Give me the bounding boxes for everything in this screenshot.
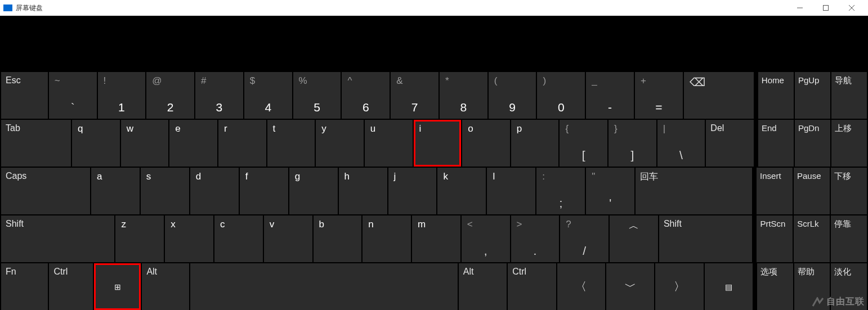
key-backslash[interactable]: |\ <box>657 120 705 167</box>
key-w[interactable]: w <box>121 120 169 167</box>
key-g[interactable]: g <box>289 168 338 214</box>
key-2[interactable]: @2 <box>146 72 194 119</box>
key-minus[interactable]: _- <box>586 72 634 119</box>
key-pgup[interactable]: PgUp <box>795 72 830 119</box>
key-m[interactable]: m <box>412 215 460 262</box>
key-l[interactable]: l <box>487 168 535 214</box>
app-icon <box>3 5 12 11</box>
arrow-down-icon: ﹀ <box>606 263 654 310</box>
key-period[interactable]: >. <box>511 215 560 262</box>
key-arrow-left[interactable]: 〈 <box>557 263 605 310</box>
key-shift-right[interactable]: Shift <box>659 215 753 262</box>
key-0[interactable]: )0 <box>537 72 585 119</box>
key-d[interactable]: d <box>190 168 239 214</box>
key-scrlk[interactable]: ScrLk <box>794 215 830 262</box>
key-equals[interactable]: += <box>635 72 683 119</box>
key-bracket-left[interactable]: {[ <box>560 120 607 167</box>
row-2: Tab q w e r t y u i o p {[ }] |\ Del End… <box>0 120 868 167</box>
key-arrow-down[interactable]: ﹀ <box>606 263 654 310</box>
key-7[interactable]: &7 <box>391 72 439 119</box>
key-options[interactable]: 选项 <box>757 263 793 310</box>
key-pgdn[interactable]: PgDn <box>795 120 830 167</box>
key-backspace[interactable]: ⌫ <box>684 72 754 119</box>
key-4[interactable]: $4 <box>244 72 292 119</box>
key-ctrl-right[interactable]: Ctrl <box>508 263 556 310</box>
key-5[interactable]: %5 <box>293 72 341 119</box>
key-del[interactable]: Del <box>706 120 754 167</box>
key-esc[interactable]: Esc <box>1 72 48 119</box>
key-u[interactable]: u <box>365 120 413 167</box>
key-home[interactable]: Home <box>758 72 794 119</box>
key-menu[interactable]: ▤ <box>705 263 753 310</box>
key-q[interactable]: q <box>72 120 120 167</box>
key-space[interactable] <box>190 263 458 310</box>
row-4: Shift z x c v b n m <, >. ?/ ︿ Shift Prt… <box>0 215 868 262</box>
key-shift-left[interactable]: Shift <box>1 215 114 262</box>
key-n[interactable]: n <box>363 215 411 262</box>
key-k[interactable]: k <box>437 168 486 214</box>
key-r[interactable]: r <box>218 120 266 167</box>
key-y[interactable]: y <box>316 120 364 167</box>
key-end[interactable]: End <box>758 120 794 167</box>
key-o[interactable]: o <box>462 120 510 167</box>
key-j[interactable]: j <box>388 168 437 214</box>
key-v[interactable]: v <box>264 215 312 262</box>
key-backtick[interactable]: ~` <box>49 72 97 119</box>
key-z[interactable]: z <box>115 215 164 262</box>
key-p[interactable]: p <box>511 120 559 167</box>
key-pause[interactable]: Pause <box>794 168 830 214</box>
key-semicolon[interactable]: :; <box>536 168 585 214</box>
key-arrow-up[interactable]: ︿ <box>610 215 658 262</box>
key-8[interactable]: *8 <box>440 72 487 119</box>
maximize-button[interactable] <box>813 0 839 16</box>
key-c[interactable]: c <box>214 215 263 262</box>
key-caps[interactable]: Caps <box>1 168 90 214</box>
svg-rect-1 <box>824 6 829 11</box>
key-h[interactable]: h <box>339 168 387 214</box>
arrow-right-icon: 〉 <box>655 263 703 310</box>
key-move-up[interactable]: 上移 <box>831 120 867 167</box>
key-insert[interactable]: Insert <box>757 168 793 214</box>
key-a[interactable]: a <box>91 168 140 214</box>
minimize-button[interactable] <box>787 0 813 16</box>
arrow-left-icon: 〈 <box>557 263 605 310</box>
key-alt-right[interactable]: Alt <box>459 263 507 310</box>
key-quote[interactable]: "' <box>586 168 634 214</box>
key-comma[interactable]: <, <box>462 215 510 262</box>
key-ctrl-left[interactable]: Ctrl <box>49 263 92 310</box>
row-5: Fn Ctrl ⊞ Alt Alt Ctrl 〈 ﹀ 〉 ▤ 选项 帮助 淡化 <box>0 263 868 310</box>
arrow-up-icon: ︿ <box>629 219 639 232</box>
key-x[interactable]: x <box>165 215 213 262</box>
key-tab[interactable]: Tab <box>1 120 71 167</box>
key-9[interactable]: (9 <box>489 72 536 119</box>
key-alt-left[interactable]: Alt <box>142 263 189 310</box>
key-1[interactable]: !1 <box>98 72 146 119</box>
key-move-down[interactable]: 下移 <box>831 168 867 214</box>
key-i[interactable]: i <box>414 120 462 167</box>
key-dock[interactable]: 停靠 <box>831 215 867 262</box>
row-3: Caps a s d f g h j k l :; "' 回车 Insert P… <box>0 168 868 214</box>
key-slash[interactable]: ?/ <box>560 215 609 262</box>
key-6[interactable]: ^6 <box>342 72 390 119</box>
menu-icon: ▤ <box>705 263 753 310</box>
key-f[interactable]: f <box>240 168 288 214</box>
watermark: 自由互联 <box>812 296 865 308</box>
key-fn[interactable]: Fn <box>1 263 48 310</box>
row-1: Esc ~` !1 @2 #3 $4 %5 ^6 &7 *8 (9 )0 _- … <box>0 72 868 119</box>
window-title: 屏幕键盘 <box>16 3 43 13</box>
key-s[interactable]: s <box>141 168 189 214</box>
key-prtscn[interactable]: PrtScn <box>757 215 793 262</box>
windows-icon: ⊞ <box>94 263 141 310</box>
on-screen-keyboard-window: 屏幕键盘 Esc ~` !1 @2 #3 $4 %5 ^6 &7 *8 (9 )… <box>0 0 868 310</box>
key-enter[interactable]: 回车 <box>636 168 752 214</box>
key-t[interactable]: t <box>267 120 315 167</box>
key-e[interactable]: e <box>169 120 217 167</box>
close-button[interactable] <box>839 0 865 16</box>
key-windows[interactable]: ⊞ <box>94 263 141 310</box>
titlebar: 屏幕键盘 <box>0 0 868 16</box>
key-arrow-right[interactable]: 〉 <box>655 263 703 310</box>
key-3[interactable]: #3 <box>195 72 243 119</box>
key-bracket-right[interactable]: }] <box>609 120 656 167</box>
key-b[interactable]: b <box>314 215 362 262</box>
key-nav[interactable]: 导航 <box>831 72 867 119</box>
